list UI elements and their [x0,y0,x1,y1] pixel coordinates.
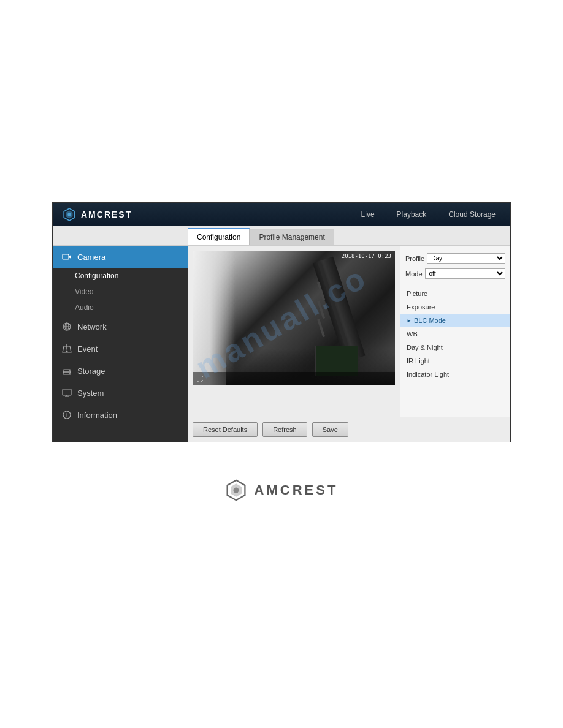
svg-point-11 [69,370,70,371]
sidebar-item-event[interactable]: Event [53,338,188,360]
svg-point-13 [69,373,70,374]
svg-rect-14 [63,389,71,395]
sidebar-sub-audio[interactable]: Audio [53,300,188,316]
bottom-brand-name: AMCREST [255,482,339,498]
settings-divider [400,284,510,284]
ui-container: manuall.co AMCREST Live Playback Cloud S… [52,202,511,442]
bottom-logo-area: AMCREST [225,479,339,501]
brand-name: AMCREST [81,210,132,219]
bottom-logo-icon [225,479,247,501]
mode-row: Mode off BLC HLC WDR [400,266,510,281]
svg-rect-3 [63,254,69,259]
camera-timestamp: 2018-10-17 0:23 [342,253,391,259]
sidebar-system-label: System [77,389,104,398]
sidebar-item-camera[interactable]: Camera [53,246,188,268]
refresh-button[interactable]: Refresh [262,422,307,437]
logo-icon [63,208,76,221]
sidebar-camera-label: Camera [77,252,105,262]
reset-defaults-button[interactable]: Reset Defaults [193,422,258,437]
camera-feed: 2018-10-17 0:23 ⛶ [193,251,395,385]
page-wrapper: manuall.co AMCREST Live Playback Cloud S… [0,0,563,728]
mode-label: Mode [405,270,423,278]
rung-3 [317,319,325,337]
svg-point-21 [233,488,239,493]
storage-icon [61,365,72,376]
sidebar-item-information[interactable]: i Information [53,404,188,426]
sidebar-storage-label: Storage [77,366,105,376]
rung-2 [317,300,325,319]
play-icon[interactable]: ⛶ [196,375,203,382]
camera-feed-area: 2018-10-17 0:23 ⛶ [188,246,400,417]
svg-point-2 [67,213,71,216]
feed-settings-row: 2018-10-17 0:23 ⛶ Profile Day Ni [188,246,510,417]
settings-menu-wb[interactable]: WB [400,327,510,341]
camera-visual [193,251,395,385]
settings-menu-irlight[interactable]: IR Light [400,354,510,368]
svg-text:i: i [66,412,67,419]
sub-tabs: Configuration Profile Management [53,226,510,246]
nav-links: Live Playback Cloud Storage [356,209,500,220]
nav-cloud-storage[interactable]: Cloud Storage [443,209,500,220]
main-content: Camera Configuration Video Audio [53,246,510,442]
bottom-buttons: Reset Defaults Refresh Save [188,417,510,442]
brand-logo: AMCREST [63,208,132,221]
event-icon [61,343,72,354]
profile-label: Profile [405,255,424,262]
sidebar: Camera Configuration Video Audio [53,246,188,442]
content-area: 2018-10-17 0:23 ⛶ Profile Day Ni [188,246,510,442]
save-button[interactable]: Save [312,422,348,437]
top-nav: AMCREST Live Playback Cloud Storage [53,203,510,226]
settings-panel: Profile Day Night General Mode off [400,246,510,417]
camera-controls-bar: ⛶ [193,372,395,385]
tab-configuration[interactable]: Configuration [188,228,250,245]
sidebar-information-label: Information [77,411,117,420]
settings-menu-exposure[interactable]: Exposure [400,300,510,314]
settings-menu-blcmode[interactable]: BLC Mode [400,314,510,327]
information-icon: i [61,409,72,420]
sidebar-item-system[interactable]: System [53,382,188,404]
svg-point-9 [66,351,68,352]
settings-menu-picture[interactable]: Picture [400,287,510,300]
nav-playback[interactable]: Playback [392,209,432,220]
sidebar-sub-configuration[interactable]: Configuration [53,268,188,284]
sidebar-network-label: Network [77,322,107,332]
mode-select[interactable]: off BLC HLC WDR [425,268,505,279]
settings-menu-indicatorlight[interactable]: Indicator Light [400,368,510,381]
nav-live[interactable]: Live [356,209,380,220]
system-icon [61,387,72,398]
sidebar-item-network[interactable]: Network [53,316,188,338]
profile-select[interactable]: Day Night General [427,253,505,264]
camera-icon [61,251,72,262]
settings-menu-daynight[interactable]: Day & Night [400,341,510,354]
sidebar-item-storage[interactable]: Storage [53,360,188,382]
profile-row: Profile Day Night General [400,251,510,266]
network-icon [61,321,72,332]
sidebar-event-label: Event [77,344,98,354]
sidebar-sub-video[interactable]: Video [53,284,188,300]
tab-profile-management[interactable]: Profile Management [250,229,334,245]
